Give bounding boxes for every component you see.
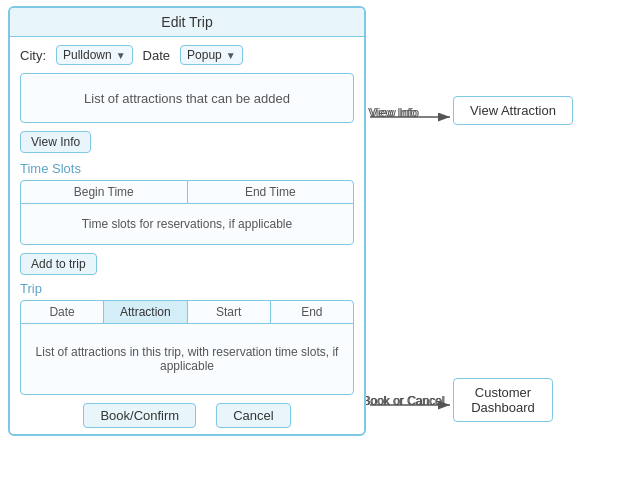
date-dropdown-text: Popup <box>187 48 222 62</box>
trip-label: Trip <box>20 281 354 296</box>
trip-table-container: Date Attraction Start End List of attrac… <box>20 300 354 395</box>
end-time-col: End Time <box>188 181 354 203</box>
time-slots-body-text: Time slots for reservations, if applicab… <box>82 217 292 231</box>
trip-date-col: Date <box>21 301 104 323</box>
begin-time-col: Begin Time <box>21 181 188 203</box>
edit-trip-panel: Edit Trip City: Pulldown ▼ Date Popup ▼ … <box>8 6 366 436</box>
city-date-row: City: Pulldown ▼ Date Popup ▼ <box>20 45 354 65</box>
trip-body-text: List of attractions in this trip, with r… <box>31 345 343 373</box>
city-dropdown[interactable]: Pulldown ▼ <box>56 45 133 65</box>
time-slots-container: Begin Time End Time Time slots for reser… <box>20 180 354 245</box>
book-cancel-label-text: Book or Cancel <box>362 394 444 408</box>
trip-attraction-col: Attraction <box>104 301 187 323</box>
view-info-label-text: View Info <box>368 106 417 120</box>
trip-table-header: Date Attraction Start End <box>21 301 353 324</box>
attractions-list-text: List of attractions that can be added <box>84 91 290 106</box>
trip-end-col: End <box>271 301 353 323</box>
customer-dashboard-box: Customer Dashboard <box>453 378 553 422</box>
city-dropdown-arrow: ▼ <box>116 50 126 61</box>
bottom-buttons: Book/Confirm Cancel <box>20 403 354 428</box>
city-label: City: <box>20 48 46 63</box>
trip-start-col: Start <box>188 301 271 323</box>
time-slots-body: Time slots for reservations, if applicab… <box>21 204 353 244</box>
add-to-trip-button[interactable]: Add to trip <box>20 253 97 275</box>
time-slots-label: Time Slots <box>20 161 354 176</box>
panel-body: City: Pulldown ▼ Date Popup ▼ List of at… <box>10 37 364 436</box>
panel-title: Edit Trip <box>10 8 364 37</box>
date-dropdown-arrow: ▼ <box>226 50 236 61</box>
trip-body: List of attractions in this trip, with r… <box>21 324 353 394</box>
book-confirm-button[interactable]: Book/Confirm <box>83 403 196 428</box>
time-slots-header: Begin Time End Time <box>21 181 353 204</box>
view-attraction-box: View Attraction <box>453 96 573 125</box>
cancel-button[interactable]: Cancel <box>216 403 290 428</box>
city-dropdown-text: Pulldown <box>63 48 112 62</box>
view-info-button[interactable]: View Info <box>20 131 91 153</box>
attractions-list-box: List of attractions that can be added <box>20 73 354 123</box>
date-dropdown[interactable]: Popup ▼ <box>180 45 243 65</box>
date-label: Date <box>143 48 170 63</box>
